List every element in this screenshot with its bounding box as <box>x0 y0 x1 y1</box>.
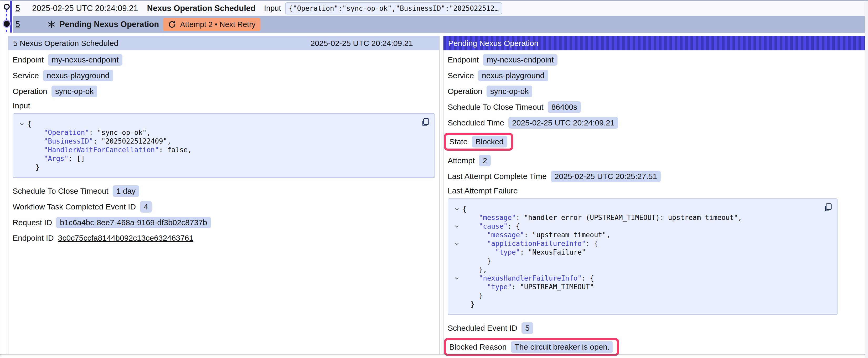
field-label: Last Attempt Complete Time <box>448 172 547 181</box>
json-line: { <box>16 120 429 128</box>
field-label: State <box>449 137 468 146</box>
json-text: { <box>27 120 32 128</box>
field-label: Operation <box>12 87 47 96</box>
field-value-chip: The circuit breaker is open. <box>511 341 613 353</box>
field-row-operation: Operationsync-op-ok <box>12 86 435 97</box>
json-line: { <box>451 205 832 214</box>
field-label: Service <box>448 71 474 80</box>
field-label: Schedule To Close Timeout <box>448 103 544 111</box>
json-line: } <box>451 300 832 308</box>
field-row-scheduled-event-id: Scheduled Event ID5 <box>448 322 861 334</box>
json-text: "message": "handler error (UPSTREAM_TIME… <box>462 214 742 222</box>
json-text: }, <box>462 265 487 274</box>
event-marker-open-icon <box>4 4 10 10</box>
json-line: "applicationFailureInfo": { <box>451 239 832 248</box>
json-text: "cause": { <box>462 222 520 231</box>
field-value-chip: sync-op-ok <box>487 86 532 97</box>
field-value-chip: my-nexus-endpoint <box>483 54 557 66</box>
event-row-pending[interactable]: 5 Pending Nexus Operation Attempt 2 • Ne… <box>13 16 865 33</box>
event-title: Nexus Operation Scheduled <box>147 4 256 13</box>
gutter-spacer <box>451 248 462 257</box>
gutter-spacer <box>16 154 27 163</box>
field-row-schedule-to-close-timeout: Schedule To Close Timeout86400s <box>448 101 861 113</box>
input-label: Input <box>264 4 281 12</box>
event-detail-title: 5 Nexus Operation Scheduled <box>13 39 118 48</box>
timeline-active-bar <box>10 1 12 33</box>
field-label: Request ID <box>12 218 52 227</box>
field-value-chip: 5 <box>522 322 533 334</box>
event-history-view: 5 2025-02-25 UTC 20:24:09.21 Nexus Opera… <box>0 0 868 358</box>
json-line: "Args": [] <box>16 154 429 163</box>
annotation-highlight-box: StateBlocked <box>444 133 513 151</box>
json-text: "message": "upstream timeout", <box>462 231 611 239</box>
json-text: } <box>462 291 483 300</box>
pending-operation-body: Endpointmy-nexus-endpointServicenexus-pl… <box>443 51 865 356</box>
json-line: "HandlerWaitForCancellation": false, <box>16 146 429 154</box>
json-text: "Args": [] <box>27 154 85 163</box>
asterisk-icon <box>47 20 56 29</box>
json-text: "Operation": "sync-op-ok", <box>27 128 151 137</box>
event-detail-fields-bottom: Schedule To Close Timeout1 dayWorkflow T… <box>12 185 435 243</box>
input-preview-chip[interactable]: {"Operation":"sync-op-ok","BusinessID":"… <box>285 2 502 14</box>
chevron-down-icon[interactable] <box>16 120 27 128</box>
event-id-link[interactable]: 5 <box>16 20 20 29</box>
field-label: Attempt <box>448 156 475 165</box>
chevron-down-icon[interactable] <box>451 222 462 231</box>
gutter-spacer <box>451 300 462 308</box>
pending-fields-bottom: Scheduled Event ID5Blocked ReasonThe cir… <box>448 322 861 356</box>
chevron-down-icon[interactable] <box>451 205 462 214</box>
field-row-request-id: Request IDb1c6a4bc-8ee7-468a-9169-df3b02… <box>12 217 435 228</box>
gutter-spacer <box>451 231 462 239</box>
attempt-badge-label: Attempt 2 • Next Retry <box>180 20 255 29</box>
input-json-block: { "Operation": "sync-op-ok", "BusinessID… <box>12 113 435 178</box>
annotation-highlight-box: Blocked ReasonThe circuit breaker is ope… <box>444 338 619 356</box>
last-attempt-failure-label: Last Attempt Failure <box>448 186 861 195</box>
json-text: { <box>462 205 467 214</box>
pending-fields-top: Endpointmy-nexus-endpointServicenexus-pl… <box>448 54 861 182</box>
field-value-chip: 86400s <box>548 101 581 113</box>
field-value-chip: sync-op-ok <box>52 86 97 97</box>
field-value-link[interactable]: 3c0c75ccfa8144b092c13ce632463761 <box>58 234 193 242</box>
copy-icon[interactable] <box>421 118 430 127</box>
event-row-scheduled[interactable]: 5 2025-02-25 UTC 20:24:09.21 Nexus Opera… <box>13 1 865 16</box>
event-detail-fields-top: Endpointmy-nexus-endpointServicenexus-pl… <box>12 54 435 97</box>
field-row-workflow-task-completed-event-id: Workflow Task Completed Event ID4 <box>12 201 435 213</box>
json-text: "HandlerWaitForCancellation": false, <box>27 146 192 154</box>
json-line: "nexusHandlerFailureInfo": { <box>451 274 832 283</box>
field-row-endpoint: Endpointmy-nexus-endpoint <box>12 54 435 66</box>
pending-operation-panel: Pending Nexus Operation Endpointmy-nexus… <box>443 36 865 354</box>
gutter-spacer <box>16 146 27 154</box>
field-label: Endpoint <box>12 55 43 64</box>
copy-icon[interactable] <box>823 203 833 212</box>
field-label: Endpoint ID <box>12 234 54 242</box>
event-id-link[interactable]: 5 <box>16 4 20 13</box>
json-line: "message": "upstream timeout", <box>451 231 832 239</box>
event-marker-pending-icon <box>4 21 10 27</box>
json-line: "message": "handler error (UPSTREAM_TIME… <box>451 214 832 222</box>
json-line: }, <box>451 265 832 274</box>
json-line: "cause": { <box>451 222 832 231</box>
json-line: "Operation": "sync-op-ok", <box>16 128 429 137</box>
json-text: } <box>27 163 40 172</box>
gutter-spacer <box>451 283 462 291</box>
json-text: "applicationFailureInfo": { <box>462 239 598 248</box>
field-label: Endpoint <box>448 55 479 64</box>
gutter-spacer <box>451 265 462 274</box>
field-row-schedule-to-close-timeout: Schedule To Close Timeout1 day <box>12 185 435 197</box>
field-row-endpoint: Endpointmy-nexus-endpoint <box>448 54 861 66</box>
gutter-spacer <box>451 214 462 222</box>
field-row-endpoint-id: Endpoint ID3c0c75ccfa8144b092c13ce632463… <box>12 232 435 243</box>
vertical-scrollbar[interactable] <box>865 1 868 358</box>
field-value-chip: 2 <box>479 155 491 166</box>
field-value-chip: 2025-02-25 UTC 20:24:09.21 <box>508 117 618 129</box>
field-value-chip: Blocked <box>472 136 507 148</box>
chevron-down-icon[interactable] <box>451 274 462 283</box>
chevron-down-icon[interactable] <box>451 239 462 248</box>
gutter-spacer <box>16 163 27 172</box>
field-label: Operation <box>448 87 482 96</box>
attempt-retry-badge: Attempt 2 • Next Retry <box>163 18 260 31</box>
gutter-spacer <box>16 137 27 146</box>
field-value-chip: nexus-playground <box>478 70 548 82</box>
field-value-chip: my-nexus-endpoint <box>48 54 122 66</box>
event-detail-timestamp: 2025-02-25 UTC 20:24:09.21 <box>311 39 413 48</box>
